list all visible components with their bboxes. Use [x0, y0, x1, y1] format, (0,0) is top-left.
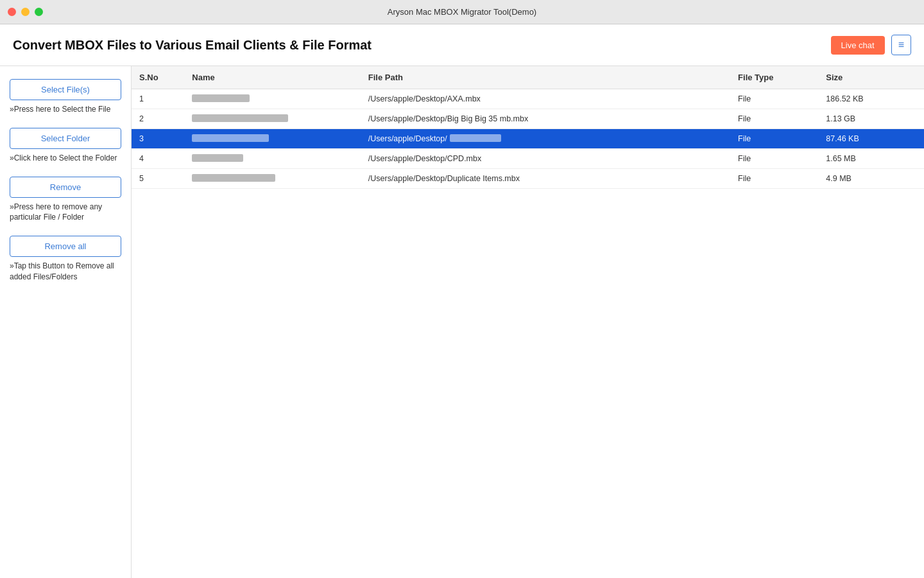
cell-size: 4.9 MB: [818, 169, 924, 189]
maximize-button[interactable]: [35, 8, 43, 16]
close-button[interactable]: [8, 8, 16, 16]
select-files-section: Select File(s) »Press here to Select the…: [10, 79, 121, 115]
titlebar-buttons: [8, 8, 43, 16]
header-actions: Live chat ≡: [831, 35, 911, 55]
select-folder-button[interactable]: Select Folder: [10, 128, 121, 149]
cell-name: █████████: [184, 129, 360, 149]
table-row[interactable]: 4█████████/Users/apple/Desktop/CPD.mbxFi…: [132, 149, 924, 169]
minimize-button[interactable]: [21, 8, 30, 16]
window-title: Aryson Mac MBOX Migrator Tool(Demo): [388, 7, 536, 17]
cell-name: █████████: [184, 89, 360, 109]
sidebar: Select File(s) »Press here to Select the…: [0, 66, 132, 578]
cell-type: File: [730, 149, 818, 169]
content-area: S.No Name File Path File Type Size 1████…: [132, 66, 924, 578]
cell-name: █████████: [184, 109, 360, 129]
cell-sno: 3: [132, 129, 184, 149]
cell-size: 1.65 MB: [818, 149, 924, 169]
header: Convert MBOX Files to Various Email Clie…: [0, 24, 924, 66]
select-folder-section: Select Folder »Click here to Select the …: [10, 128, 121, 164]
cell-name: █████████: [184, 149, 360, 169]
cell-sno: 5: [132, 169, 184, 189]
cell-path: /Users/apple/Desktop/Duplicate Items.mbx: [361, 169, 730, 189]
main-content: Select File(s) »Press here to Select the…: [0, 66, 924, 578]
remove-all-button[interactable]: Remove all: [10, 236, 121, 257]
remove-section: Remove »Press here to remove any particu…: [10, 177, 121, 223]
cell-sno: 1: [132, 89, 184, 109]
table-header-row: S.No Name File Path File Type Size: [132, 66, 924, 89]
col-header-sno: S.No: [132, 66, 184, 89]
col-header-name: Name: [184, 66, 360, 89]
table-row[interactable]: 1█████████/Users/apple/Desktop/AXA.mbxFi…: [132, 89, 924, 109]
cell-size: 186.52 KB: [818, 89, 924, 109]
cell-path: /Users/apple/Desktop/AXA.mbx: [361, 89, 730, 109]
cell-name: █████████: [184, 169, 360, 189]
cell-sno: 2: [132, 109, 184, 129]
cell-type: File: [730, 169, 818, 189]
live-chat-button[interactable]: Live chat: [831, 36, 885, 55]
cell-size: 87.46 KB: [818, 129, 924, 149]
cell-type: File: [730, 109, 818, 129]
table-row[interactable]: 5█████████/Users/apple/Desktop/Duplicate…: [132, 169, 924, 189]
menu-button[interactable]: ≡: [891, 35, 911, 55]
remove-hint: »Press here to remove any particular Fil…: [10, 202, 121, 223]
file-table[interactable]: S.No Name File Path File Type Size 1████…: [132, 66, 924, 578]
cell-path: /Users/apple/Desktop/Big Big Big 35 mb.m…: [361, 109, 730, 129]
cell-size: 1.13 GB: [818, 109, 924, 129]
col-header-path: File Path: [361, 66, 730, 89]
cell-type: File: [730, 89, 818, 109]
col-header-size: Size: [818, 66, 924, 89]
select-files-button[interactable]: Select File(s): [10, 79, 121, 100]
cell-sno: 4: [132, 149, 184, 169]
select-files-hint: »Press here to Select the File: [10, 104, 121, 115]
table-row[interactable]: 3█████████/Users/apple/Desktop/████File8…: [132, 129, 924, 149]
col-header-type: File Type: [730, 66, 818, 89]
cell-path: /Users/apple/Desktop/CPD.mbx: [361, 149, 730, 169]
cell-path: /Users/apple/Desktop/████: [361, 129, 730, 149]
titlebar: Aryson Mac MBOX Migrator Tool(Demo): [0, 0, 924, 24]
table-row[interactable]: 2█████████/Users/apple/Desktop/Big Big B…: [132, 109, 924, 129]
files-table: S.No Name File Path File Type Size 1████…: [132, 66, 924, 189]
remove-all-hint: »Tap this Button to Remove all added Fil…: [10, 261, 121, 283]
remove-all-section: Remove all »Tap this Button to Remove al…: [10, 236, 121, 283]
page-title: Convert MBOX Files to Various Email Clie…: [13, 38, 372, 53]
remove-button[interactable]: Remove: [10, 177, 121, 198]
select-folder-hint: »Click here to Select the Folder: [10, 153, 121, 164]
cell-type: File: [730, 129, 818, 149]
